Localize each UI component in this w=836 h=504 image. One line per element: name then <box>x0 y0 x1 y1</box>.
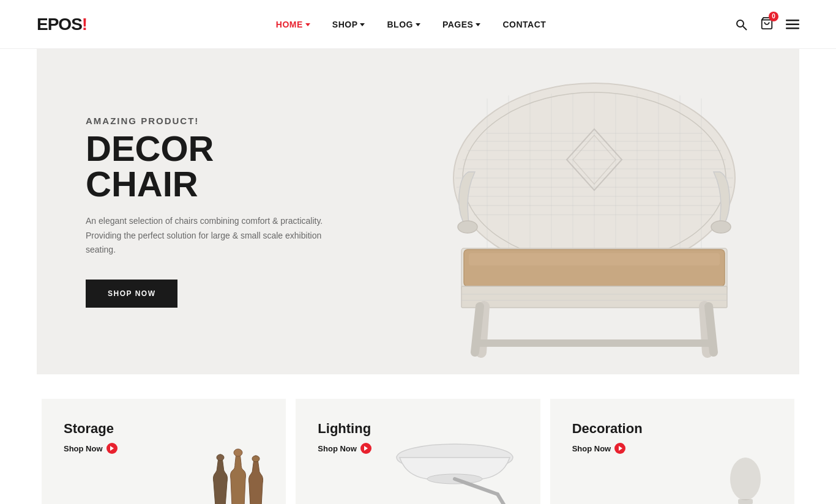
cart-button[interactable]: 0 <box>760 17 774 32</box>
hero-cta-button[interactable]: SHOP NOW <box>86 280 177 308</box>
svg-point-0 <box>737 20 744 27</box>
category-lighting: Lighting Shop Now <box>296 399 540 504</box>
svg-rect-35 <box>469 253 720 265</box>
hero-section: AMAZING PRODUCT! DECOR CHAIR An elegant … <box>37 49 799 374</box>
nav-contact[interactable]: CONTACT <box>502 20 546 29</box>
svg-line-1 <box>743 26 747 30</box>
svg-rect-3 <box>786 20 799 21</box>
nav-home[interactable]: HOME <box>276 20 310 29</box>
hero-description: An elegant selection of chairs combining… <box>86 214 330 258</box>
chevron-down-icon <box>305 23 310 26</box>
svg-point-32 <box>711 221 731 233</box>
svg-rect-4 <box>786 23 799 25</box>
hero-subtitle: AMAZING PRODUCT! <box>86 116 330 126</box>
menu-button[interactable] <box>786 18 799 31</box>
svg-rect-5 <box>786 28 799 29</box>
svg-rect-52 <box>738 499 753 504</box>
svg-point-31 <box>458 221 477 233</box>
hero-image <box>371 49 799 374</box>
shop-now-arrow-icon <box>106 443 118 454</box>
main-nav: HOME SHOP BLOG PAGES CONTACT <box>276 20 547 29</box>
svg-point-46 <box>252 456 259 462</box>
category-decoration-title: Decoration <box>572 421 772 437</box>
category-storage: Storage Shop Now <box>42 399 286 504</box>
chair-illustration <box>414 65 756 358</box>
shop-now-arrow-icon <box>614 443 625 454</box>
hero-content: AMAZING PRODUCT! DECOR CHAIR An elegant … <box>37 116 330 308</box>
nav-pages[interactable]: PAGES <box>442 20 480 29</box>
storage-image <box>200 445 274 504</box>
svg-point-51 <box>730 458 761 500</box>
nav-blog[interactable]: BLOG <box>387 20 420 29</box>
lighting-image <box>394 421 516 504</box>
svg-point-45 <box>234 449 242 456</box>
chevron-down-icon <box>360 23 365 26</box>
nav-shop[interactable]: SHOP <box>332 20 365 29</box>
chevron-down-icon <box>476 23 480 26</box>
header-actions: 0 <box>734 17 799 32</box>
cart-count: 0 <box>769 12 778 21</box>
categories-section: Storage Shop Now Lighting <box>0 374 836 504</box>
hero-title: DECOR CHAIR <box>86 131 330 202</box>
category-storage-title: Storage <box>64 421 264 437</box>
search-button[interactable] <box>734 18 748 31</box>
logo[interactable]: EPOS! <box>37 15 88 34</box>
shop-now-arrow-icon <box>360 443 371 454</box>
svg-point-44 <box>217 454 224 461</box>
site-header: EPOS! HOME SHOP BLOG PAGES CONTACT <box>0 0 836 49</box>
chevron-down-icon <box>416 23 420 26</box>
svg-rect-36 <box>461 286 727 308</box>
category-decoration: Decoration Shop Now <box>550 399 794 504</box>
svg-line-50 <box>498 494 507 504</box>
decoration-image <box>709 445 782 504</box>
